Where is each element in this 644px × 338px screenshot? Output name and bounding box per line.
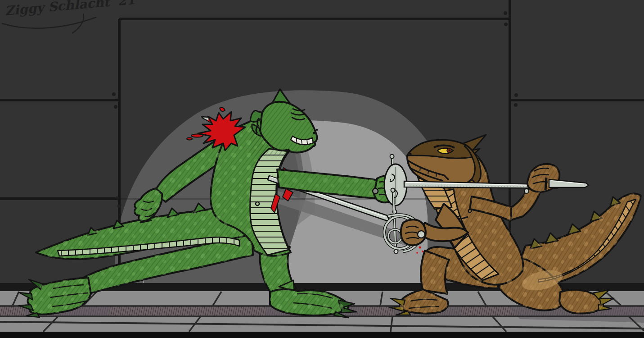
green-rapier-pommel [373,188,378,194]
dagger-pommel [524,189,529,193]
illustration-stage: Ziggy Schlacht '21 [0,0,644,338]
bottom-black-band [0,332,644,338]
brown-nostril [409,153,411,155]
green-nostril [313,132,315,134]
brown-rapier-pommel [418,231,425,238]
dagger-guard [545,178,546,190]
green-nostril-2 [316,129,318,131]
artwork-canvas: Ziggy Schlacht '21 [0,0,644,338]
brown-pupil [449,150,450,151]
